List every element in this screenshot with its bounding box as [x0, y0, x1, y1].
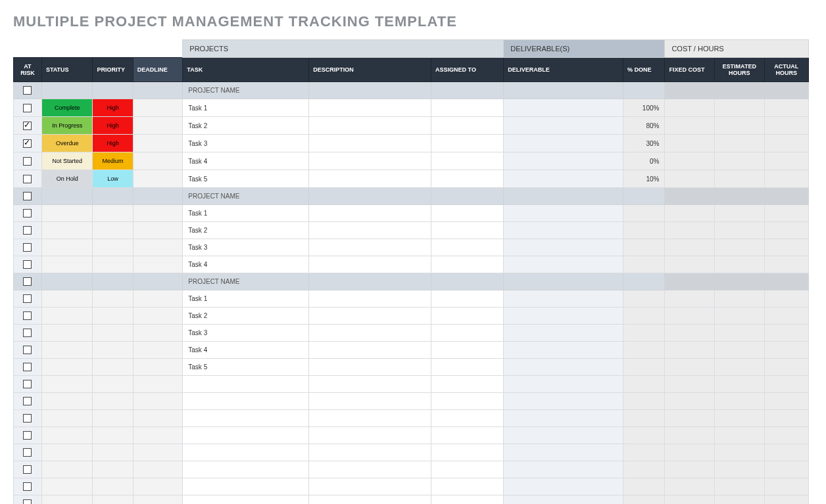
description-cell[interactable] [309, 376, 431, 393]
fixed-cost-cell[interactable] [665, 222, 715, 239]
deliverable-cell[interactable] [504, 495, 623, 505]
status-cell[interactable] [41, 308, 93, 325]
task-cell[interactable]: Task 3 [183, 325, 309, 342]
task-cell[interactable]: Task 4 [183, 152, 309, 170]
priority-cell[interactable] [93, 205, 133, 222]
deliverable-cell[interactable] [504, 99, 623, 117]
deliverable-cell[interactable] [504, 117, 623, 135]
actual-hours-cell[interactable] [764, 308, 808, 325]
task-cell[interactable]: Task 1 [183, 205, 309, 222]
at-risk-checkbox[interactable] [23, 311, 32, 320]
percent-done-cell[interactable] [623, 461, 665, 478]
status-cell[interactable] [41, 461, 93, 478]
percent-done-cell[interactable]: 100% [623, 99, 665, 117]
actual-hours-cell[interactable] [764, 393, 808, 410]
est-hours-cell[interactable] [714, 359, 764, 376]
description-cell[interactable] [309, 444, 431, 461]
description-cell[interactable] [309, 461, 431, 478]
cell[interactable] [665, 82, 715, 99]
cell[interactable] [504, 273, 623, 290]
fixed-cost-cell[interactable] [665, 256, 715, 273]
status-cell[interactable] [41, 256, 93, 273]
task-cell[interactable]: Task 5 [183, 170, 309, 188]
priority-cell[interactable] [93, 359, 133, 376]
percent-done-cell[interactable] [623, 427, 665, 444]
description-cell[interactable] [309, 478, 431, 495]
at-risk-checkbox[interactable] [23, 277, 32, 286]
est-hours-cell[interactable] [714, 99, 764, 117]
percent-done-cell[interactable]: 10% [623, 170, 665, 188]
actual-hours-cell[interactable] [764, 222, 808, 239]
description-cell[interactable] [309, 152, 431, 170]
priority-cell[interactable] [93, 239, 133, 256]
fixed-cost-cell[interactable] [665, 342, 715, 359]
actual-hours-cell[interactable] [764, 325, 808, 342]
deliverable-cell[interactable] [504, 376, 623, 393]
description-cell[interactable] [309, 256, 431, 273]
deadline-cell[interactable] [133, 135, 183, 152]
at-risk-checkbox[interactable] [23, 139, 32, 148]
at-risk-checkbox[interactable] [23, 465, 32, 474]
assigned-cell[interactable] [431, 117, 504, 135]
percent-done-cell[interactable] [623, 205, 665, 222]
status-cell[interactable] [41, 393, 93, 410]
priority-cell[interactable] [93, 444, 133, 461]
assigned-cell[interactable] [431, 495, 504, 505]
cell[interactable] [133, 188, 183, 205]
percent-done-cell[interactable] [623, 359, 665, 376]
description-cell[interactable] [309, 239, 431, 256]
priority-cell[interactable]: High [93, 99, 133, 117]
status-cell[interactable] [41, 325, 93, 342]
description-cell[interactable] [309, 393, 431, 410]
est-hours-cell[interactable] [714, 239, 764, 256]
est-hours-cell[interactable] [714, 410, 764, 427]
deadline-cell[interactable] [133, 222, 183, 239]
cell[interactable]: PROJECT NAME [183, 82, 309, 99]
task-cell[interactable]: Task 2 [183, 308, 309, 325]
description-cell[interactable] [309, 325, 431, 342]
deadline-cell[interactable] [133, 444, 183, 461]
deadline-cell[interactable] [133, 427, 183, 444]
status-cell[interactable]: Complete [41, 99, 93, 117]
at-risk-checkbox[interactable] [23, 294, 32, 303]
actual-hours-cell[interactable] [764, 205, 808, 222]
status-cell[interactable] [41, 410, 93, 427]
deliverable-cell[interactable] [504, 308, 623, 325]
fixed-cost-cell[interactable] [665, 117, 715, 135]
est-hours-cell[interactable] [714, 461, 764, 478]
fixed-cost-cell[interactable] [665, 376, 715, 393]
assigned-cell[interactable] [431, 325, 504, 342]
cell[interactable]: PROJECT NAME [183, 273, 309, 290]
fixed-cost-cell[interactable] [665, 135, 715, 152]
cell[interactable] [623, 273, 665, 290]
actual-hours-cell[interactable] [764, 152, 808, 170]
task-cell[interactable]: Task 1 [183, 99, 309, 117]
at-risk-checkbox[interactable] [23, 380, 32, 388]
status-cell[interactable]: Not Started [41, 152, 93, 170]
task-cell[interactable] [183, 427, 309, 444]
cell[interactable] [133, 82, 183, 99]
actual-hours-cell[interactable] [764, 495, 808, 505]
at-risk-checkbox[interactable] [23, 499, 32, 504]
priority-cell[interactable] [93, 222, 133, 239]
priority-cell[interactable] [93, 256, 133, 273]
fixed-cost-cell[interactable] [665, 325, 715, 342]
at-risk-checkbox[interactable] [23, 243, 32, 252]
task-cell[interactable]: Task 5 [183, 359, 309, 376]
deadline-cell[interactable] [133, 495, 183, 505]
at-risk-checkbox[interactable] [23, 209, 32, 218]
task-cell[interactable] [183, 444, 309, 461]
actual-hours-cell[interactable] [764, 478, 808, 495]
deadline-cell[interactable] [133, 325, 183, 342]
deadline-cell[interactable] [133, 393, 183, 410]
deliverable-cell[interactable] [504, 170, 623, 188]
status-cell[interactable] [41, 342, 93, 359]
cell[interactable] [93, 82, 133, 99]
priority-cell[interactable]: Medium [93, 152, 133, 170]
at-risk-checkbox[interactable] [23, 122, 32, 130]
status-cell[interactable] [41, 478, 93, 495]
cell[interactable] [504, 82, 623, 99]
actual-hours-cell[interactable] [764, 99, 808, 117]
priority-cell[interactable]: High [93, 135, 133, 152]
deliverable-cell[interactable] [504, 427, 623, 444]
